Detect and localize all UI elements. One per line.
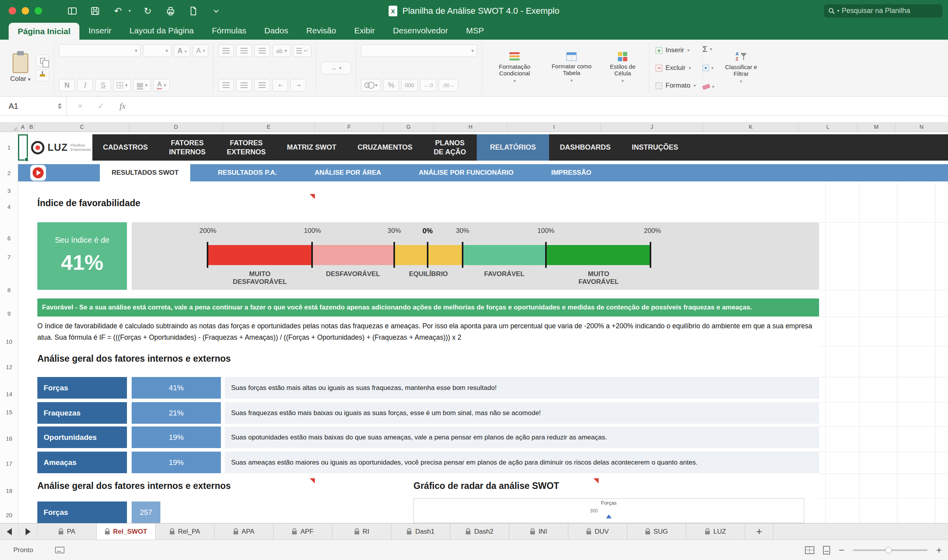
analysis-row-label[interactable]: Fraquezas [37,402,127,424]
paste-button[interactable]: Colar ▾ [8,53,33,84]
nav-item-relatorios[interactable]: RELATÓRIOS [477,134,549,161]
column-header-g[interactable]: G [384,122,434,132]
analysis-row-label[interactable]: Oportunidades [37,426,127,448]
analysis-row-value[interactable]: 19% [132,452,221,473]
accounting-format-button[interactable]: ▾ [361,79,381,92]
subnav-impressao[interactable]: IMPRESSÃO [541,164,601,181]
column-header-i[interactable]: I [507,122,601,132]
column-header-n[interactable]: N [895,122,948,132]
column-header-l[interactable]: L [799,122,858,132]
number-format-select[interactable]: ▾ [361,44,477,57]
decrease-font-button[interactable]: A▾ [193,44,209,57]
fill-color-button[interactable]: ▾ [133,79,151,92]
sidebar-toggle-icon[interactable] [66,5,78,17]
row-header[interactable]: 17 [0,460,18,467]
tab-inserir[interactable]: Inserir [79,22,120,40]
align-top-button[interactable] [218,44,234,57]
conditional-formatting-button[interactable]: Formatação Condicional ▾ [487,52,542,84]
row-header[interactable]: 15 [0,409,18,415]
nav-item-fatores-externos[interactable]: FATORES EXTERNOS [216,134,276,161]
decrease-indent-button[interactable]: ⇤ [272,79,288,92]
row-header[interactable]: 14 [0,391,18,397]
column-header-f[interactable]: F [315,122,384,132]
insert-function-icon[interactable]: fx [119,101,126,111]
subnav-analise-por-area[interactable]: ANÁLISE POR ÁREA [305,164,391,181]
row-header[interactable]: 1 [0,144,18,151]
analysis-row-text[interactable]: Suas forças estão mais altas ou iguais a… [225,377,819,399]
column-header-k[interactable]: K [703,122,799,132]
redo-icon[interactable]: ↻ [142,5,154,17]
save-icon[interactable] [89,5,101,17]
format-as-table-button[interactable]: Formatar como Tabela ▾ [546,52,597,84]
sheet-tab-ini[interactable]: INI [509,523,568,540]
sheet-tab-dash2[interactable]: Dash2 [450,523,509,540]
column-header-a[interactable]: A [18,122,28,132]
cell-styles-button[interactable]: Estilos de Célula ▾ [601,52,644,84]
subnav-resultados-swot[interactable]: RESULTADOS SWOT [100,164,190,181]
print-icon[interactable] [165,5,176,17]
nav-item-matriz-swot[interactable]: MATRIZ SWOT [276,134,347,161]
nav-item-dashboards[interactable]: DASHBOARDS [549,134,621,161]
column-header-j[interactable]: J [601,122,703,132]
comment-marker-icon[interactable] [310,478,315,483]
nav-item-fatores-internos[interactable]: FATORES INTERNOS [158,134,216,161]
bold-button[interactable]: N [59,79,75,92]
previous-sheet-button[interactable] [0,523,19,540]
sheet-tab-dash1[interactable]: Dash1 [391,523,450,540]
orientation-button[interactable]: ab▾ [272,44,290,57]
analysis-row-value[interactable]: 19% [132,426,221,448]
row-header[interactable]: 12 [0,364,18,370]
page-layout-view-icon[interactable] [823,546,830,555]
undo-icon[interactable]: ↶ [112,5,124,17]
align-bottom-button[interactable] [254,44,270,57]
subnav-resultados-pa[interactable]: RESULTADOS P.A. [208,164,287,181]
analysis-row-label[interactable]: Ameaças [37,452,127,473]
sheet-tab-pa[interactable]: PA [38,523,97,540]
increase-decimal-button[interactable]: ←.0 [420,79,437,92]
search-input[interactable] [841,6,939,15]
minimize-window-button[interactable] [22,7,29,15]
normal-view-icon[interactable] [805,546,814,554]
row-header[interactable]: 6 [0,235,18,242]
nav-item-planos-de-acao[interactable]: PLANOS DE AÇÃO [423,134,476,161]
increase-indent-button[interactable]: ⇥ [290,79,306,92]
sheet-tab-apa[interactable]: APA [215,523,274,540]
row-header[interactable]: 16 [0,435,18,442]
insert-cells-button[interactable]: + Inserir▾ [654,44,697,56]
borders-button[interactable]: ▾ [113,79,131,92]
merge-center-button[interactable]: ↔▾ [321,62,351,74]
tab-dados[interactable]: Dados [255,22,298,40]
close-window-button[interactable] [9,7,16,15]
formula-input[interactable] [137,97,948,115]
analysis-row-text[interactable]: Suas fraquezas estão mais baixas ou igua… [225,402,819,424]
name-box[interactable]: A1 [0,97,67,115]
tab-desenvolvedor[interactable]: Desenvolvedor [384,22,457,40]
zoom-slider[interactable] [853,549,928,551]
decrease-decimal-button[interactable]: .00→ [439,79,458,92]
tab-layout-da-pagina[interactable]: Layout da Página [121,22,203,40]
next-sheet-button[interactable] [19,523,38,540]
clear-button[interactable]: ▾ [703,81,715,92]
font-color-button[interactable]: A▾ [153,79,169,92]
undo-dropdown-icon[interactable]: ▾ [129,8,131,13]
tab-revisao[interactable]: Revisão [297,22,345,40]
tab-msp[interactable]: MSP [457,22,493,40]
analysis-row-text[interactable]: Suas opotunidades estão mais baixas do q… [225,426,819,448]
bottom-row-label[interactable]: Forças [37,501,127,523]
delete-cells-button[interactable]: − Excluir▾ [654,62,697,74]
favorability-index-box[interactable]: Seu índice é de 41% [37,222,127,290]
increase-font-button[interactable]: A▴ [174,44,190,57]
nav-item-instrucoes[interactable]: INSTRUÇÕES [621,134,689,161]
align-center-button[interactable] [236,79,252,92]
maximize-window-button[interactable] [35,7,42,15]
format-painter-button[interactable] [36,70,49,81]
copy-button[interactable] [36,55,49,66]
row-header[interactable]: 3 [0,187,18,194]
zoom-out-button[interactable]: − [839,545,844,555]
underline-button[interactable]: S [95,79,111,92]
sheet-tab-rel-pa[interactable]: Rel_PA [156,523,215,540]
customize-toolbar-chevron-icon[interactable] [210,5,222,17]
tab-pagina-inicial[interactable]: Página Inicial [9,23,79,40]
format-cells-button[interactable]: Formato▾ [654,80,697,92]
sort-filter-button[interactable]: AZ Classificar e Filtrar ▾ [719,51,763,84]
